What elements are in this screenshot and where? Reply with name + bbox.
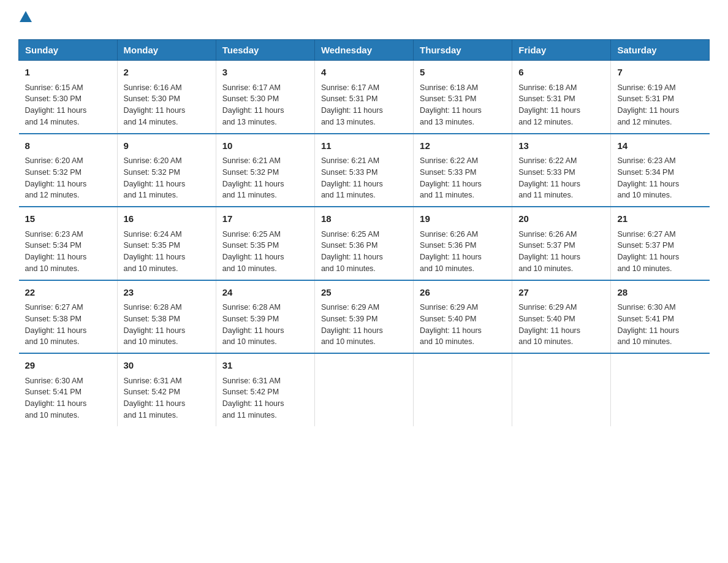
day-info: Sunrise: 6:24 AMSunset: 5:35 PMDaylight:…	[124, 229, 210, 275]
day-info: Sunrise: 6:26 AMSunset: 5:37 PMDaylight:…	[518, 229, 604, 275]
calendar-cell: 30Sunrise: 6:31 AMSunset: 5:42 PMDayligh…	[117, 353, 216, 426]
calendar-cell: 8Sunrise: 6:20 AMSunset: 5:32 PMDaylight…	[19, 134, 118, 207]
day-number: 3	[222, 66, 308, 80]
day-info: Sunrise: 6:21 AMSunset: 5:32 PMDaylight:…	[222, 155, 308, 201]
week-row-3: 15Sunrise: 6:23 AMSunset: 5:34 PMDayligh…	[19, 207, 710, 280]
week-row-5: 29Sunrise: 6:30 AMSunset: 5:41 PMDayligh…	[19, 353, 710, 426]
calendar-cell: 10Sunrise: 6:21 AMSunset: 5:32 PMDayligh…	[216, 134, 314, 207]
header-sunday: Sunday	[19, 40, 118, 61]
header-tuesday: Tuesday	[216, 40, 314, 61]
day-number: 20	[518, 212, 604, 226]
day-info: Sunrise: 6:29 AMSunset: 5:40 PMDaylight:…	[518, 302, 604, 348]
svg-marker-0	[20, 11, 32, 22]
calendar-cell: 9Sunrise: 6:20 AMSunset: 5:32 PMDaylight…	[117, 134, 216, 207]
day-number: 2	[124, 66, 210, 80]
calendar-cell: 15Sunrise: 6:23 AMSunset: 5:34 PMDayligh…	[19, 207, 118, 280]
calendar-cell	[314, 353, 413, 426]
day-number: 29	[25, 359, 111, 373]
day-number: 12	[420, 139, 506, 153]
day-number: 28	[617, 286, 703, 300]
calendar-cell	[611, 353, 710, 426]
calendar-cell: 2Sunrise: 6:16 AMSunset: 5:30 PMDaylight…	[117, 61, 216, 134]
day-number: 22	[25, 286, 111, 300]
calendar-cell: 14Sunrise: 6:23 AMSunset: 5:34 PMDayligh…	[611, 134, 710, 207]
day-number: 19	[420, 212, 506, 226]
day-number: 10	[222, 139, 308, 153]
logo	[18, 12, 32, 27]
day-info: Sunrise: 6:18 AMSunset: 5:31 PMDaylight:…	[420, 82, 506, 128]
day-info: Sunrise: 6:30 AMSunset: 5:41 PMDaylight:…	[25, 375, 111, 421]
day-info: Sunrise: 6:20 AMSunset: 5:32 PMDaylight:…	[124, 155, 210, 201]
calendar-cell: 26Sunrise: 6:29 AMSunset: 5:40 PMDayligh…	[414, 280, 512, 354]
calendar-cell: 3Sunrise: 6:17 AMSunset: 5:30 PMDaylight…	[216, 61, 314, 134]
week-row-4: 22Sunrise: 6:27 AMSunset: 5:38 PMDayligh…	[19, 280, 710, 354]
day-info: Sunrise: 6:29 AMSunset: 5:40 PMDaylight:…	[420, 302, 506, 348]
day-number: 7	[617, 66, 703, 80]
calendar-cell: 11Sunrise: 6:21 AMSunset: 5:33 PMDayligh…	[314, 134, 413, 207]
day-info: Sunrise: 6:25 AMSunset: 5:36 PMDaylight:…	[321, 229, 407, 275]
calendar-cell: 21Sunrise: 6:27 AMSunset: 5:37 PMDayligh…	[611, 207, 710, 280]
header-monday: Monday	[117, 40, 216, 61]
day-info: Sunrise: 6:22 AMSunset: 5:33 PMDaylight:…	[518, 155, 604, 201]
day-number: 16	[124, 212, 210, 226]
calendar-cell: 7Sunrise: 6:19 AMSunset: 5:31 PMDaylight…	[611, 61, 710, 134]
calendar-cell: 29Sunrise: 6:30 AMSunset: 5:41 PMDayligh…	[19, 353, 118, 426]
calendar-cell: 13Sunrise: 6:22 AMSunset: 5:33 PMDayligh…	[512, 134, 611, 207]
day-info: Sunrise: 6:16 AMSunset: 5:30 PMDaylight:…	[124, 82, 210, 128]
calendar-cell: 19Sunrise: 6:26 AMSunset: 5:36 PMDayligh…	[414, 207, 512, 280]
day-info: Sunrise: 6:20 AMSunset: 5:32 PMDaylight:…	[25, 155, 111, 201]
calendar-cell: 6Sunrise: 6:18 AMSunset: 5:31 PMDaylight…	[512, 61, 611, 134]
calendar-cell: 1Sunrise: 6:15 AMSunset: 5:30 PMDaylight…	[19, 61, 118, 134]
day-number: 13	[518, 139, 604, 153]
day-number: 21	[617, 212, 703, 226]
day-number: 4	[321, 66, 407, 80]
day-info: Sunrise: 6:23 AMSunset: 5:34 PMDaylight:…	[25, 229, 111, 275]
header-wednesday: Wednesday	[314, 40, 413, 61]
day-number: 6	[518, 66, 604, 80]
week-row-1: 1Sunrise: 6:15 AMSunset: 5:30 PMDaylight…	[19, 61, 710, 134]
calendar-cell: 4Sunrise: 6:17 AMSunset: 5:31 PMDaylight…	[314, 61, 413, 134]
day-info: Sunrise: 6:30 AMSunset: 5:41 PMDaylight:…	[617, 302, 703, 348]
day-number: 30	[124, 359, 210, 373]
day-info: Sunrise: 6:17 AMSunset: 5:30 PMDaylight:…	[222, 82, 308, 128]
calendar-cell: 25Sunrise: 6:29 AMSunset: 5:39 PMDayligh…	[314, 280, 413, 354]
day-info: Sunrise: 6:31 AMSunset: 5:42 PMDaylight:…	[124, 375, 210, 421]
day-info: Sunrise: 6:25 AMSunset: 5:35 PMDaylight:…	[222, 229, 308, 275]
logo-triangle-icon	[20, 11, 32, 23]
day-number: 15	[25, 212, 111, 226]
calendar-header-row: SundayMondayTuesdayWednesdayThursdayFrid…	[19, 40, 710, 61]
day-info: Sunrise: 6:26 AMSunset: 5:36 PMDaylight:…	[420, 229, 506, 275]
header-friday: Friday	[512, 40, 611, 61]
calendar-cell: 28Sunrise: 6:30 AMSunset: 5:41 PMDayligh…	[611, 280, 710, 354]
day-number: 14	[617, 139, 703, 153]
day-number: 24	[222, 286, 308, 300]
day-number: 18	[321, 212, 407, 226]
day-info: Sunrise: 6:28 AMSunset: 5:38 PMDaylight:…	[124, 302, 210, 348]
day-info: Sunrise: 6:21 AMSunset: 5:33 PMDaylight:…	[321, 155, 407, 201]
calendar-cell: 16Sunrise: 6:24 AMSunset: 5:35 PMDayligh…	[117, 207, 216, 280]
calendar-cell: 27Sunrise: 6:29 AMSunset: 5:40 PMDayligh…	[512, 280, 611, 354]
day-info: Sunrise: 6:28 AMSunset: 5:39 PMDaylight:…	[222, 302, 308, 348]
day-number: 8	[25, 139, 111, 153]
page-header	[18, 12, 710, 27]
calendar-cell: 5Sunrise: 6:18 AMSunset: 5:31 PMDaylight…	[414, 61, 512, 134]
day-number: 26	[420, 286, 506, 300]
day-info: Sunrise: 6:29 AMSunset: 5:39 PMDaylight:…	[321, 302, 407, 348]
day-number: 9	[124, 139, 210, 153]
header-thursday: Thursday	[414, 40, 512, 61]
day-number: 11	[321, 139, 407, 153]
day-info: Sunrise: 6:22 AMSunset: 5:33 PMDaylight:…	[420, 155, 506, 201]
calendar-cell: 31Sunrise: 6:31 AMSunset: 5:42 PMDayligh…	[216, 353, 314, 426]
calendar-cell: 24Sunrise: 6:28 AMSunset: 5:39 PMDayligh…	[216, 280, 314, 354]
day-info: Sunrise: 6:27 AMSunset: 5:37 PMDaylight:…	[617, 229, 703, 275]
calendar-table: SundayMondayTuesdayWednesdayThursdayFrid…	[18, 39, 710, 426]
calendar-cell	[512, 353, 611, 426]
day-info: Sunrise: 6:23 AMSunset: 5:34 PMDaylight:…	[617, 155, 703, 201]
calendar-cell: 20Sunrise: 6:26 AMSunset: 5:37 PMDayligh…	[512, 207, 611, 280]
calendar-cell: 18Sunrise: 6:25 AMSunset: 5:36 PMDayligh…	[314, 207, 413, 280]
day-number: 23	[124, 286, 210, 300]
calendar-cell: 17Sunrise: 6:25 AMSunset: 5:35 PMDayligh…	[216, 207, 314, 280]
day-number: 25	[321, 286, 407, 300]
week-row-2: 8Sunrise: 6:20 AMSunset: 5:32 PMDaylight…	[19, 134, 710, 207]
calendar-cell: 23Sunrise: 6:28 AMSunset: 5:38 PMDayligh…	[117, 280, 216, 354]
